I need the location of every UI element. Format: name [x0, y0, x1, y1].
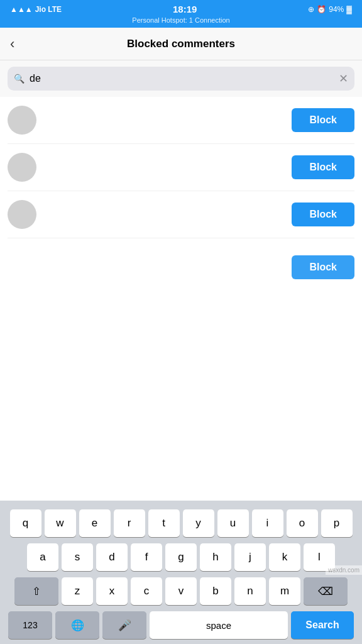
key-p[interactable]: p	[321, 509, 353, 537]
bottom-row: 123 🌐 🎤 space Search	[0, 611, 362, 644]
page-title: Blocked commenters	[127, 38, 235, 50]
key-m[interactable]: m	[269, 577, 300, 605]
battery-icon: ▓	[346, 5, 352, 14]
hotspot-label: Personal Hotspot: 1 Connection	[132, 16, 229, 25]
avatar	[8, 200, 36, 229]
avatar	[8, 153, 36, 182]
key-n[interactable]: n	[234, 577, 266, 605]
globe-key[interactable]: 🌐	[55, 611, 99, 639]
key-f[interactable]: f	[131, 543, 162, 571]
clear-icon[interactable]: ✕	[339, 72, 348, 86]
key-d[interactable]: d	[96, 543, 128, 571]
battery-percent: 94%	[329, 5, 344, 14]
keyboard-top-row	[0, 501, 362, 506]
key-q[interactable]: q	[10, 509, 41, 537]
nav-bar: ‹ Blocked commenters	[0, 28, 362, 60]
signal-info: ▲▲▲ Jio LTE	[10, 5, 62, 14]
block-button[interactable]: Block	[292, 203, 354, 226]
content-area: Block Block Block Block	[0, 97, 362, 279]
status-bar: ▲▲▲ Jio LTE 18:19 ⊕ ⏰ 94% ▓ Personal Hot…	[0, 0, 362, 28]
search-keyboard-button[interactable]: Search	[291, 611, 354, 639]
key-g[interactable]: g	[165, 543, 197, 571]
watermark: wsxdn.com	[326, 565, 362, 575]
key-rows: q w e r t y u i o p a s d f g h j k l ⇧ …	[0, 506, 362, 605]
list-item: Block	[8, 97, 354, 144]
back-button[interactable]: ‹	[5, 31, 19, 57]
search-container: 🔍 ✕	[0, 60, 362, 97]
keyboard: q w e r t y u i o p a s d f g h j k l ⇧ …	[0, 501, 362, 644]
alarm-icon: ⏰	[317, 5, 326, 14]
list-item: Block	[8, 191, 354, 238]
search-icon: 🔍	[14, 74, 25, 84]
user-info	[8, 106, 44, 135]
key-u[interactable]: u	[217, 509, 249, 537]
block-button-partial[interactable]: Block	[292, 255, 354, 279]
status-right: ⊕ ⏰ 94% ▓	[308, 5, 352, 14]
numbers-key[interactable]: 123	[8, 611, 52, 639]
key-a[interactable]: a	[27, 543, 58, 571]
block-button[interactable]: Block	[292, 108, 354, 132]
avatar	[8, 106, 36, 135]
key-b[interactable]: b	[200, 577, 231, 605]
list-item: Block	[8, 144, 354, 191]
search-bar: 🔍 ✕	[8, 67, 354, 91]
key-k[interactable]: k	[269, 543, 300, 571]
key-o[interactable]: o	[287, 509, 318, 537]
block-button[interactable]: Block	[292, 155, 354, 179]
key-row-1: q w e r t y u i o p	[3, 509, 359, 537]
key-z[interactable]: z	[62, 577, 93, 605]
search-input[interactable]	[30, 73, 334, 84]
space-key[interactable]: space	[150, 611, 288, 639]
backspace-key[interactable]: ⌫	[304, 577, 348, 605]
key-j[interactable]: j	[234, 543, 266, 571]
key-t[interactable]: t	[148, 509, 180, 537]
microphone-key[interactable]: 🎤	[102, 611, 146, 639]
signal-bars: ▲▲▲	[10, 5, 33, 14]
key-row-3: ⇧ z x c v b n m ⌫	[3, 577, 359, 605]
shift-key[interactable]: ⇧	[14, 577, 58, 605]
key-c[interactable]: c	[131, 577, 162, 605]
key-w[interactable]: w	[45, 509, 76, 537]
key-h[interactable]: h	[200, 543, 231, 571]
user-info	[8, 153, 44, 182]
key-e[interactable]: e	[79, 509, 111, 537]
key-v[interactable]: v	[165, 577, 197, 605]
carrier-name: Jio LTE	[35, 5, 62, 14]
key-s[interactable]: s	[62, 543, 93, 571]
user-info	[8, 200, 44, 229]
key-i[interactable]: i	[252, 509, 283, 537]
location-icon: ⊕	[308, 5, 314, 14]
key-row-2: a s d f g h j k l	[3, 543, 359, 571]
key-x[interactable]: x	[96, 577, 128, 605]
key-y[interactable]: y	[183, 509, 214, 537]
key-r[interactable]: r	[114, 509, 145, 537]
status-time: 18:19	[173, 4, 197, 14]
